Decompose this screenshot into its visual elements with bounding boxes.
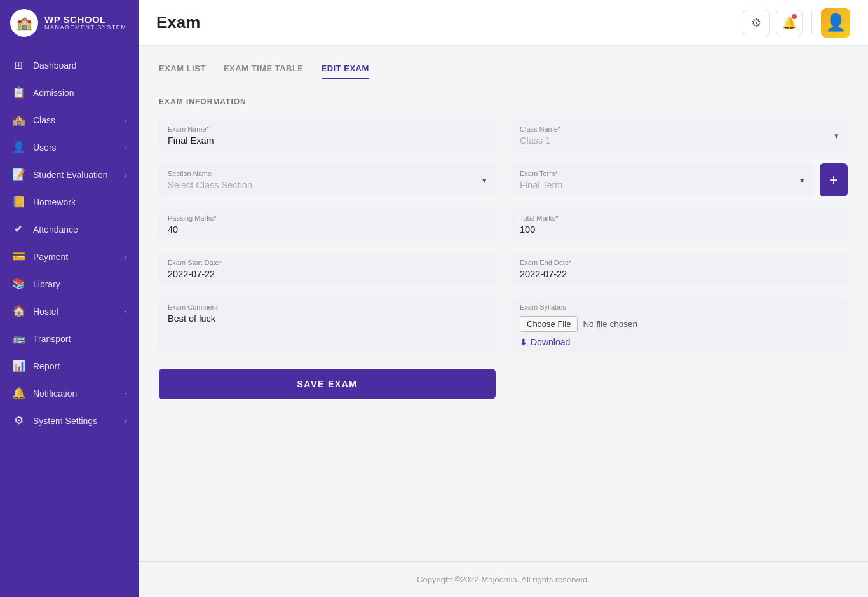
user-avatar-button[interactable]: 👤	[821, 8, 850, 38]
exam-term-row: Exam Term* Final Term ▾ +	[511, 163, 848, 196]
sidebar-item-student-evaluation[interactable]: 📝 Student Evaluation ›	[0, 161, 139, 188]
logo-icon: 🏫	[10, 9, 38, 37]
class-icon: 🏫	[11, 113, 25, 127]
sidebar-item-dashboard[interactable]: ⊞ Dashboard	[0, 51, 139, 79]
passing-marks-field: Passing Marks* 40	[159, 208, 496, 241]
exam-form: Exam Name* Final Exam Class Name* Class …	[159, 119, 848, 399]
total-marks-value[interactable]: 100	[520, 224, 839, 235]
exam-term-field[interactable]: Exam Term* Final Term ▾	[511, 163, 813, 196]
sidebar-item-attendance[interactable]: ✔ Attendance	[0, 216, 139, 243]
library-icon: 📚	[11, 277, 25, 291]
exam-start-date-field: Exam Start Date* 2022-07-22	[159, 252, 496, 285]
exam-syllabus-label: Exam Syllabus	[520, 303, 839, 311]
sidebar-nav: ⊞ Dashboard 📋 Admission 🏫 Class › 👤 User…	[0, 46, 139, 597]
notification-icon: 🔔	[11, 387, 25, 400]
exam-name-value[interactable]: Final Exam	[168, 135, 487, 146]
sidebar-label-admission: Admission	[33, 88, 74, 98]
sidebar-item-report[interactable]: 📊 Report	[0, 352, 139, 380]
section-name-field[interactable]: Section Name Select Class Section ▾	[159, 163, 496, 196]
dashboard-icon: ⊞	[11, 58, 25, 72]
sidebar-label-class: Class	[33, 115, 55, 125]
section-name-placeholder: Select Class Section	[168, 180, 252, 190]
no-file-text: No file chosen	[583, 319, 637, 329]
notifications-button[interactable]: 🔔	[776, 10, 803, 36]
class-name-value: Class 1	[520, 135, 560, 146]
notification-badge	[792, 14, 797, 19]
sidebar-label-report: Report	[33, 361, 60, 371]
sidebar-item-system-settings[interactable]: ⚙ System Settings ›	[0, 407, 139, 434]
sidebar-label-library: Library	[33, 279, 60, 289]
sidebar-item-library[interactable]: 📚 Library	[0, 270, 139, 298]
footer-text: Copyright ©2022 Mojoomla. All rights res…	[417, 575, 590, 584]
exam-term-label: Exam Term*	[520, 170, 562, 177]
admission-icon: 📋	[11, 86, 25, 99]
save-exam-button[interactable]: SAVE EXAM	[159, 369, 496, 399]
content-area: EXAM LIST EXAM TIME TABLE EDIT EXAM EXAM…	[139, 46, 868, 561]
choose-file-button[interactable]: Choose File	[520, 316, 578, 332]
exam-start-date-value[interactable]: 2022-07-22	[168, 269, 487, 279]
sidebar-label-student-evaluation: Student Evaluation	[33, 170, 108, 180]
system-settings-icon: ⚙	[11, 414, 25, 427]
notification-arrow-icon: ›	[125, 390, 127, 397]
exam-comment-value[interactable]: Best of luck	[168, 313, 487, 324]
class-name-dropdown-icon: ▾	[834, 131, 839, 141]
settings-button[interactable]: ⚙	[743, 10, 770, 36]
passing-marks-value[interactable]: 40	[168, 224, 487, 235]
exam-end-date-label: Exam End Date*	[520, 259, 839, 266]
brand-name: WP SCHOOL	[44, 15, 126, 25]
sidebar: 🏫 WP SCHOOL MANAGEMENT SYSTEM ⊞ Dashboar…	[0, 0, 139, 597]
sidebar-label-payment: Payment	[33, 252, 68, 262]
section-name-label: Section Name	[168, 170, 252, 177]
tabs-row: EXAM LIST EXAM TIME TABLE EDIT EXAM	[159, 64, 848, 79]
exam-start-date-label: Exam Start Date*	[168, 259, 487, 266]
sidebar-item-users[interactable]: 👤 Users ›	[0, 134, 139, 161]
sidebar-item-transport[interactable]: 🚌 Transport	[0, 325, 139, 352]
page-title: Exam	[156, 13, 743, 32]
exam-name-label: Exam Name*	[168, 125, 487, 133]
tab-exam-time-table[interactable]: EXAM TIME TABLE	[224, 64, 304, 79]
attendance-icon: ✔	[11, 223, 25, 236]
download-icon: ⬇	[520, 337, 527, 347]
sidebar-label-system-settings: System Settings	[33, 416, 97, 426]
section-label: EXAM INFORMATION	[159, 97, 848, 106]
exam-end-date-field: Exam End Date* 2022-07-22	[511, 252, 848, 285]
passing-marks-label: Passing Marks*	[168, 214, 487, 222]
student-evaluation-icon: 📝	[11, 168, 25, 181]
tab-edit-exam[interactable]: EDIT EXAM	[322, 64, 369, 79]
sidebar-item-payment[interactable]: 💳 Payment ›	[0, 243, 139, 270]
file-row: Choose File No file chosen	[520, 316, 839, 332]
total-marks-label: Total Marks*	[520, 214, 839, 222]
sidebar-label-attendance: Attendance	[33, 224, 78, 235]
sidebar-label-dashboard: Dashboard	[33, 60, 77, 71]
exam-comment-label: Exam Comment	[168, 303, 487, 311]
download-link[interactable]: ⬇ Download	[520, 337, 839, 347]
sidebar-item-hostel[interactable]: 🏠 Hostel ›	[0, 298, 139, 325]
add-exam-term-button[interactable]: +	[820, 163, 848, 196]
class-arrow-icon: ›	[125, 116, 127, 124]
sidebar-item-notification[interactable]: 🔔 Notification ›	[0, 380, 139, 407]
avatar-icon: 👤	[825, 13, 846, 32]
sidebar-label-homework: Homework	[33, 197, 76, 207]
download-label: Download	[531, 337, 570, 347]
sidebar-item-admission[interactable]: 📋 Admission	[0, 79, 139, 106]
users-arrow-icon: ›	[125, 144, 127, 151]
tab-exam-list[interactable]: EXAM LIST	[159, 64, 206, 79]
transport-icon: 🚌	[11, 332, 25, 345]
exam-end-date-value[interactable]: 2022-07-22	[520, 269, 839, 279]
sidebar-item-homework[interactable]: 📒 Homework	[0, 188, 139, 216]
class-name-field[interactable]: Class Name* Class 1 ▾	[511, 119, 848, 152]
top-header: Exam ⚙ 🔔 👤	[139, 0, 868, 46]
exam-term-dropdown-icon: ▾	[800, 175, 804, 185]
users-icon: 👤	[11, 141, 25, 154]
sidebar-label-hostel: Hostel	[33, 306, 58, 317]
class-name-label: Class Name*	[520, 125, 560, 133]
exam-name-field: Exam Name* Final Exam	[159, 119, 496, 152]
header-divider	[811, 11, 812, 34]
sidebar-item-class[interactable]: 🏫 Class ›	[0, 106, 139, 134]
hostel-arrow-icon: ›	[125, 308, 127, 315]
sidebar-label-notification: Notification	[33, 388, 77, 399]
sidebar-logo: 🏫 WP SCHOOL MANAGEMENT SYSTEM	[0, 0, 139, 46]
hostel-icon: 🏠	[11, 305, 25, 318]
total-marks-field: Total Marks* 100	[511, 208, 848, 241]
brand-sub: MANAGEMENT SYSTEM	[44, 25, 126, 31]
